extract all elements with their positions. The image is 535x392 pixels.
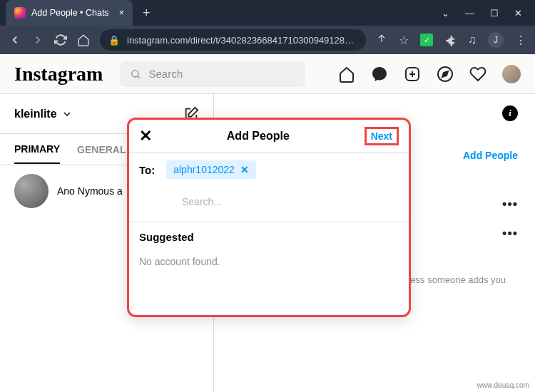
heart-icon[interactable]	[469, 66, 486, 83]
instagram-favicon	[14, 7, 26, 19]
new-post-icon[interactable]	[404, 66, 421, 83]
tab-close-icon[interactable]: ×	[119, 8, 124, 18]
account-selector[interactable]: kleinlite	[14, 108, 73, 120]
chip-text: alphr1012022	[173, 164, 235, 175]
lock-icon: 🔒	[108, 35, 120, 46]
tab-general[interactable]: GENERAL	[77, 144, 126, 155]
to-row: To: alphr1012022 ✕ Search...	[129, 153, 409, 222]
close-window-icon[interactable]: ✕	[514, 8, 522, 19]
media-icon[interactable]: ♫	[468, 33, 477, 46]
search-icon	[130, 68, 141, 80]
window-controls: ⌄ — ☐ ✕	[442, 8, 535, 19]
url-text: instagram.com/direct/t/34028236684171030…	[127, 35, 354, 46]
next-button[interactable]: Next	[365, 127, 399, 145]
star-icon[interactable]: ☆	[399, 33, 409, 47]
instagram-header: Instagram Search	[0, 54, 535, 94]
extensions-icon[interactable]	[444, 34, 457, 46]
browser-tab[interactable]: Add People • Chats ×	[6, 0, 133, 26]
instagram-search[interactable]: Search	[120, 61, 305, 87]
minimize-icon[interactable]: —	[465, 8, 474, 19]
url-bar[interactable]: 🔒 instagram.com/direct/t/340282366841710…	[100, 29, 366, 51]
back-icon[interactable]	[9, 33, 21, 46]
search-placeholder: Search	[148, 68, 183, 80]
chat-name: Ano Nymous a	[57, 185, 123, 197]
browser-toolbar: 🔒 instagram.com/direct/t/340282366841710…	[0, 26, 535, 54]
chat-avatar	[14, 174, 49, 208]
more-options-icon[interactable]: •••	[502, 197, 518, 212]
new-tab-button[interactable]: +	[143, 6, 151, 21]
forward-icon[interactable]	[31, 33, 44, 46]
more-options-icon[interactable]: •••	[502, 226, 518, 241]
svg-point-0	[132, 70, 138, 76]
kebab-icon[interactable]: ⋮	[515, 33, 526, 47]
modal-header: ✕ Add People Next	[129, 120, 409, 153]
modal-search-input[interactable]: Search...	[139, 190, 399, 215]
share-icon[interactable]	[376, 34, 387, 46]
recipient-chip[interactable]: alphr1012022 ✕	[166, 160, 256, 179]
browser-profile[interactable]: J	[488, 32, 504, 48]
reload-icon[interactable]	[54, 33, 67, 46]
watermark: www.deuaq.com	[477, 381, 529, 389]
home-icon[interactable]	[77, 33, 90, 46]
modal-title: Add People	[227, 130, 290, 143]
add-people-modal: ✕ Add People Next To: alphr1012022 ✕ Sea…	[127, 118, 411, 317]
dropdown-icon[interactable]: ⌄	[442, 8, 449, 19]
chevron-down-icon	[61, 108, 73, 120]
close-icon[interactable]: ✕	[139, 127, 152, 145]
to-label: To:	[139, 164, 155, 176]
info-icon[interactable]: i	[502, 105, 518, 121]
no-account-text: No account found.	[129, 247, 409, 276]
shield-check-icon[interactable]: ✓	[420, 33, 433, 46]
tab-title: Add People • Chats	[31, 8, 109, 18]
profile-avatar[interactable]	[502, 65, 521, 83]
messenger-icon[interactable]	[371, 66, 388, 83]
explore-icon[interactable]	[437, 66, 454, 83]
suggested-heading: Suggested	[129, 222, 409, 247]
svg-marker-3	[442, 71, 448, 77]
instagram-logo[interactable]: Instagram	[14, 63, 103, 86]
home-nav-icon[interactable]	[338, 66, 355, 83]
maximize-icon[interactable]: ☐	[490, 8, 499, 19]
browser-titlebar: Add People • Chats × + ⌄ — ☐ ✕	[0, 0, 535, 26]
tab-primary[interactable]: PRIMARY	[14, 143, 60, 164]
chip-remove-icon[interactable]: ✕	[240, 164, 249, 175]
